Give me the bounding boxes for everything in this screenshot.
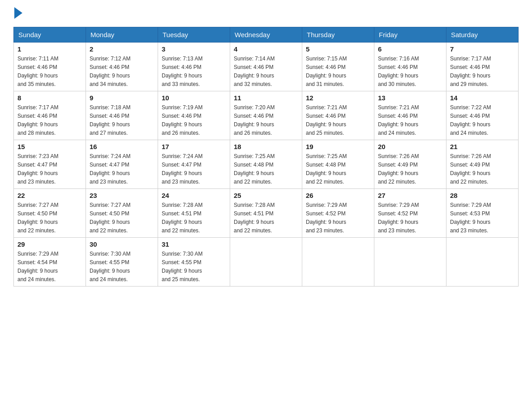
calendar-cell: 27 Sunrise: 7:29 AMSunset: 4:52 PMDaylig… (374, 189, 446, 238)
day-info: Sunrise: 7:29 AMSunset: 4:52 PMDaylight:… (306, 202, 347, 234)
calendar-table: SundayMondayTuesdayWednesdayThursdayFrid… (13, 27, 519, 287)
calendar-cell: 3 Sunrise: 7:13 AMSunset: 4:46 PMDayligh… (158, 43, 230, 91)
day-number: 29 (17, 240, 82, 248)
calendar-cell: 7 Sunrise: 7:17 AMSunset: 4:46 PMDayligh… (446, 43, 519, 91)
day-info: Sunrise: 7:28 AMSunset: 4:51 PMDaylight:… (234, 202, 275, 234)
day-info: Sunrise: 7:11 AMSunset: 4:46 PMDaylight:… (17, 56, 58, 87)
day-info: Sunrise: 7:27 AMSunset: 4:50 PMDaylight:… (17, 202, 58, 234)
weekday-header-saturday: Saturday (446, 27, 519, 43)
day-info: Sunrise: 7:22 AMSunset: 4:46 PMDaylight:… (450, 104, 491, 136)
calendar-cell: 2 Sunrise: 7:12 AMSunset: 4:46 PMDayligh… (86, 43, 158, 91)
day-number: 1 (17, 45, 82, 53)
day-number: 9 (90, 94, 154, 102)
calendar-cell (230, 238, 302, 287)
day-info: Sunrise: 7:20 AMSunset: 4:46 PMDaylight:… (234, 104, 275, 136)
weekday-header-row: SundayMondayTuesdayWednesdayThursdayFrid… (14, 27, 519, 43)
calendar-cell (446, 238, 519, 287)
day-number: 14 (450, 94, 515, 102)
calendar-cell: 17 Sunrise: 7:24 AMSunset: 4:47 PMDaylig… (158, 140, 230, 189)
day-number: 3 (162, 45, 226, 53)
day-number: 12 (306, 94, 370, 102)
day-number: 5 (306, 45, 370, 53)
day-number: 8 (17, 94, 82, 102)
day-info: Sunrise: 7:24 AMSunset: 4:47 PMDaylight:… (90, 153, 130, 185)
calendar-cell: 22 Sunrise: 7:27 AMSunset: 4:50 PMDaylig… (14, 189, 86, 238)
weekday-header-thursday: Thursday (302, 27, 374, 43)
calendar-cell: 4 Sunrise: 7:14 AMSunset: 4:46 PMDayligh… (230, 43, 302, 91)
calendar-cell: 26 Sunrise: 7:29 AMSunset: 4:52 PMDaylig… (302, 189, 374, 238)
calendar-cell: 20 Sunrise: 7:26 AMSunset: 4:49 PMDaylig… (374, 140, 446, 189)
weekday-header-friday: Friday (374, 27, 446, 43)
calendar-cell: 30 Sunrise: 7:30 AMSunset: 4:55 PMDaylig… (86, 238, 158, 287)
logo (13, 9, 22, 20)
day-number: 30 (90, 240, 154, 248)
day-info: Sunrise: 7:25 AMSunset: 4:48 PMDaylight:… (234, 153, 275, 185)
calendar-week-row: 15 Sunrise: 7:23 AMSunset: 4:47 PMDaylig… (14, 140, 519, 189)
day-info: Sunrise: 7:29 AMSunset: 4:52 PMDaylight:… (378, 202, 419, 234)
day-number: 26 (306, 192, 370, 199)
calendar-week-row: 1 Sunrise: 7:11 AMSunset: 4:46 PMDayligh… (14, 43, 519, 91)
weekday-header-tuesday: Tuesday (158, 27, 230, 43)
day-number: 21 (450, 143, 515, 150)
day-number: 27 (378, 192, 442, 199)
calendar-cell: 18 Sunrise: 7:25 AMSunset: 4:48 PMDaylig… (230, 140, 302, 189)
calendar-cell: 11 Sunrise: 7:20 AMSunset: 4:46 PMDaylig… (230, 91, 302, 140)
day-info: Sunrise: 7:27 AMSunset: 4:50 PMDaylight:… (90, 202, 130, 234)
calendar-cell: 12 Sunrise: 7:21 AMSunset: 4:46 PMDaylig… (302, 91, 374, 140)
day-info: Sunrise: 7:24 AMSunset: 4:47 PMDaylight:… (162, 153, 202, 185)
day-number: 28 (450, 192, 515, 199)
day-info: Sunrise: 7:30 AMSunset: 4:55 PMDaylight:… (90, 251, 130, 283)
calendar-week-row: 22 Sunrise: 7:27 AMSunset: 4:50 PMDaylig… (14, 189, 519, 238)
page-header (13, 9, 519, 20)
day-info: Sunrise: 7:14 AMSunset: 4:46 PMDaylight:… (234, 56, 275, 87)
day-info: Sunrise: 7:17 AMSunset: 4:46 PMDaylight:… (450, 56, 491, 87)
day-info: Sunrise: 7:25 AMSunset: 4:48 PMDaylight:… (306, 153, 347, 185)
day-number: 19 (306, 143, 370, 150)
day-info: Sunrise: 7:19 AMSunset: 4:46 PMDaylight:… (162, 104, 202, 136)
calendar-week-row: 29 Sunrise: 7:29 AMSunset: 4:54 PMDaylig… (14, 238, 519, 287)
day-info: Sunrise: 7:17 AMSunset: 4:46 PMDaylight:… (17, 104, 58, 136)
calendar-cell (374, 238, 446, 287)
calendar-cell: 19 Sunrise: 7:25 AMSunset: 4:48 PMDaylig… (302, 140, 374, 189)
day-number: 24 (162, 192, 226, 199)
day-number: 16 (90, 143, 154, 150)
calendar-cell: 16 Sunrise: 7:24 AMSunset: 4:47 PMDaylig… (86, 140, 158, 189)
day-info: Sunrise: 7:30 AMSunset: 4:55 PMDaylight:… (162, 251, 202, 283)
day-number: 10 (162, 94, 226, 102)
day-info: Sunrise: 7:13 AMSunset: 4:46 PMDaylight:… (162, 56, 202, 87)
day-info: Sunrise: 7:23 AMSunset: 4:47 PMDaylight:… (17, 153, 58, 185)
weekday-header-sunday: Sunday (14, 27, 86, 43)
day-number: 18 (234, 143, 298, 150)
day-number: 2 (90, 45, 154, 53)
day-number: 4 (234, 45, 298, 53)
day-number: 17 (162, 143, 226, 150)
calendar-cell: 9 Sunrise: 7:18 AMSunset: 4:46 PMDayligh… (86, 91, 158, 140)
day-info: Sunrise: 7:26 AMSunset: 4:49 PMDaylight:… (378, 153, 419, 185)
day-number: 31 (162, 240, 226, 248)
calendar-week-row: 8 Sunrise: 7:17 AMSunset: 4:46 PMDayligh… (14, 91, 519, 140)
calendar-cell: 8 Sunrise: 7:17 AMSunset: 4:46 PMDayligh… (14, 91, 86, 140)
day-info: Sunrise: 7:21 AMSunset: 4:46 PMDaylight:… (378, 104, 419, 136)
logo-arrow-icon (14, 7, 22, 19)
day-info: Sunrise: 7:26 AMSunset: 4:49 PMDaylight:… (450, 153, 491, 185)
day-number: 20 (378, 143, 442, 150)
weekday-header-monday: Monday (86, 27, 158, 43)
calendar-cell: 1 Sunrise: 7:11 AMSunset: 4:46 PMDayligh… (14, 43, 86, 91)
calendar-cell (302, 238, 374, 287)
day-info: Sunrise: 7:29 AMSunset: 4:54 PMDaylight:… (17, 251, 58, 283)
calendar-cell: 28 Sunrise: 7:29 AMSunset: 4:53 PMDaylig… (446, 189, 519, 238)
day-info: Sunrise: 7:28 AMSunset: 4:51 PMDaylight:… (162, 202, 202, 234)
calendar-cell: 5 Sunrise: 7:15 AMSunset: 4:46 PMDayligh… (302, 43, 374, 91)
day-number: 22 (17, 192, 82, 199)
day-info: Sunrise: 7:21 AMSunset: 4:46 PMDaylight:… (306, 104, 347, 136)
day-number: 7 (450, 45, 515, 53)
weekday-header-wednesday: Wednesday (230, 27, 302, 43)
calendar-cell: 24 Sunrise: 7:28 AMSunset: 4:51 PMDaylig… (158, 189, 230, 238)
calendar-cell: 6 Sunrise: 7:16 AMSunset: 4:46 PMDayligh… (374, 43, 446, 91)
calendar-cell: 13 Sunrise: 7:21 AMSunset: 4:46 PMDaylig… (374, 91, 446, 140)
calendar-cell: 23 Sunrise: 7:27 AMSunset: 4:50 PMDaylig… (86, 189, 158, 238)
day-number: 6 (378, 45, 442, 53)
calendar-cell: 31 Sunrise: 7:30 AMSunset: 4:55 PMDaylig… (158, 238, 230, 287)
calendar-cell: 14 Sunrise: 7:22 AMSunset: 4:46 PMDaylig… (446, 91, 519, 140)
day-info: Sunrise: 7:15 AMSunset: 4:46 PMDaylight:… (306, 56, 347, 87)
